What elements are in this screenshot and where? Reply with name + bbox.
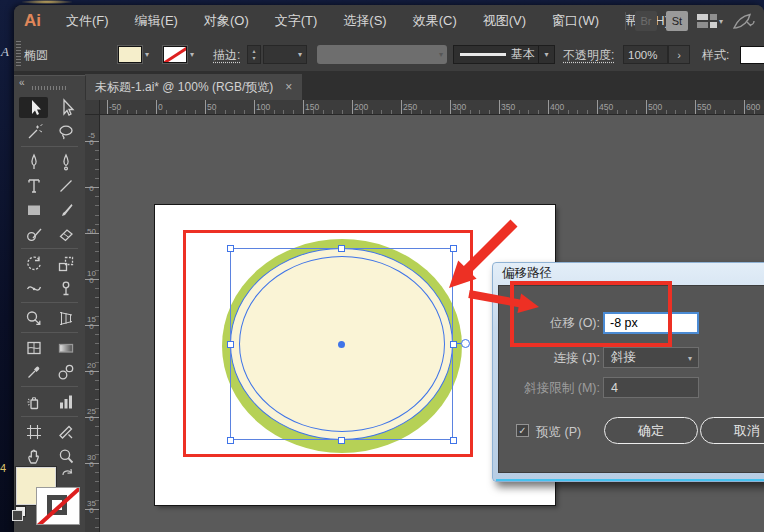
shaper-tool[interactable]	[19, 223, 48, 244]
opacity-more-button[interactable]: ›	[668, 45, 690, 64]
menu-item[interactable]: 编辑(E)	[122, 12, 191, 30]
selection-handle[interactable]	[227, 437, 234, 444]
brush-definition-control[interactable]: 基本 ▾	[453, 45, 555, 64]
control-bar: 椭圆 ▾ ▾ 描边: ▴▾ ▾ ▾ 基本 ▾ 不透明度:	[14, 37, 764, 72]
column-graph-tool[interactable]	[51, 391, 80, 412]
opacity-field[interactable]: 100%	[623, 45, 668, 64]
scale-tool[interactable]	[51, 253, 80, 274]
width-tool[interactable]	[19, 277, 48, 298]
menu-item[interactable]: 对象(O)	[191, 12, 262, 30]
artboard-tool[interactable]	[19, 421, 48, 442]
selection-handle[interactable]	[338, 437, 345, 444]
ruler-tick-label: 300	[87, 455, 96, 468]
miter-limit-field[interactable]: 4	[603, 377, 699, 398]
control-bar-grip[interactable]	[16, 41, 21, 67]
none-slash-icon	[36, 487, 80, 525]
illustrator-logo[interactable]: Ai	[24, 11, 41, 31]
ruler-tick-label: 50	[87, 229, 96, 236]
zoom-tool[interactable]	[51, 445, 80, 466]
paintbrush-tool-icon	[55, 200, 77, 220]
opacity-label[interactable]: 不透明度:	[563, 47, 614, 64]
symbol-sprayer-tool[interactable]	[19, 391, 48, 412]
collapse-panel-icon[interactable]: «	[19, 77, 25, 88]
menu-item[interactable]: 选择(S)	[330, 12, 399, 30]
side-widget-handle[interactable]	[461, 339, 470, 348]
line-segment-tool[interactable]	[51, 175, 80, 196]
graphic-style-swatch[interactable]	[740, 46, 764, 64]
ruler-tick-label: 600	[746, 102, 760, 112]
document-tab[interactable]: 未标题-1.ai* @ 100% (RGB/预览) ×	[85, 74, 302, 100]
stroke-color-control[interactable]: ▾	[163, 46, 194, 63]
toolbox-grip[interactable]	[32, 86, 66, 90]
chevron-down-icon[interactable]: ▾	[145, 50, 149, 59]
selection-handle[interactable]	[338, 245, 345, 252]
width-tool-icon	[23, 278, 45, 298]
ok-button[interactable]: 确定	[604, 417, 698, 444]
menu-item[interactable]: 效果(C)	[400, 12, 470, 30]
selection-handle[interactable]	[450, 341, 457, 348]
menu-item[interactable]: 文件(F)	[53, 12, 122, 30]
fill-color-control[interactable]: ▾	[118, 46, 149, 63]
menu-item[interactable]: 窗口(W)	[539, 12, 612, 30]
selection-tool[interactable]	[19, 97, 48, 118]
default-fill-stroke-icon[interactable]	[15, 506, 26, 517]
hand-tool[interactable]	[19, 445, 48, 466]
offset-input[interactable]: -8 px	[603, 312, 699, 334]
brush-dropdown-button[interactable]: ▾	[538, 46, 554, 63]
puppet-warp-tool[interactable]	[51, 277, 80, 298]
horizontal-ruler[interactable]: -50050100150200250300350400450500550600	[100, 100, 764, 115]
ruler-origin-corner[interactable]	[85, 100, 100, 115]
shape-builder-tool[interactable]	[19, 307, 48, 328]
mesh-tool[interactable]	[19, 337, 48, 358]
paintbrush-tool[interactable]	[51, 199, 80, 220]
menu-item[interactable]: 视图(V)	[470, 12, 539, 30]
brush-stroke-preview	[460, 53, 506, 56]
rectangle-tool[interactable]	[19, 199, 48, 220]
selection-handle[interactable]	[227, 245, 234, 252]
stock-icon[interactable]: St	[666, 11, 688, 31]
cancel-button[interactable]: 取消	[700, 417, 764, 444]
line-segment-tool-icon	[55, 176, 77, 196]
perspective-grid-tool[interactable]	[51, 307, 80, 328]
slice-tool[interactable]	[51, 421, 80, 442]
close-icon[interactable]: ×	[285, 74, 292, 100]
selection-handle[interactable]	[227, 341, 234, 348]
workspace-switcher-icon[interactable]: ▾	[697, 14, 723, 28]
selection-handle[interactable]	[450, 437, 457, 444]
stroke-weight-field[interactable]: ▾	[263, 45, 307, 64]
magic-wand-tool[interactable]	[19, 121, 48, 142]
bridge-icon[interactable]: Br	[635, 11, 657, 31]
stroke-weight-stepper[interactable]: ▴▾	[247, 45, 261, 64]
curvature-tool[interactable]	[51, 151, 80, 172]
swap-fill-stroke-icon[interactable]	[61, 465, 75, 479]
eyedropper-tool[interactable]	[19, 361, 48, 382]
type-tool[interactable]	[19, 175, 48, 196]
gpu-rocket-icon[interactable]	[732, 12, 756, 30]
stroke-color-indicator[interactable]	[36, 487, 80, 525]
menu-item[interactable]: 文字(T)	[262, 12, 331, 30]
selection-handle[interactable]	[450, 245, 457, 252]
gradient-tool[interactable]	[51, 337, 80, 358]
desktop-artifact-a: A	[1, 44, 9, 60]
dialog-title[interactable]: 偏移路径	[493, 263, 764, 284]
direct-selection-tool[interactable]	[51, 97, 80, 118]
fill-color-swatch[interactable]	[118, 46, 142, 63]
ruler-tick-label: 150	[87, 317, 96, 330]
pen-tool-icon	[23, 152, 45, 172]
lasso-tool[interactable]	[51, 121, 80, 142]
chevron-down-icon[interactable]: ▾	[190, 50, 194, 59]
preview-checkbox[interactable]: ✓	[516, 424, 529, 437]
pen-tool[interactable]	[19, 151, 48, 172]
eraser-tool[interactable]	[51, 223, 80, 244]
vertical-ruler[interactable]: -50050100150200250300350	[85, 115, 100, 532]
chevron-down-icon: ▾	[719, 17, 723, 26]
selection-center-point[interactable]	[338, 341, 345, 348]
stroke-weight-label[interactable]: 描边:	[213, 47, 240, 64]
chevron-down-icon[interactable]: ▾	[298, 50, 302, 59]
rotate-tool[interactable]	[19, 253, 48, 274]
puppet-warp-tool-icon	[55, 278, 77, 298]
blend-tool[interactable]	[51, 361, 80, 382]
rotate-tool-icon	[23, 254, 45, 274]
stroke-none-swatch[interactable]	[163, 46, 187, 63]
join-select[interactable]: 斜接 ▾	[603, 347, 699, 368]
